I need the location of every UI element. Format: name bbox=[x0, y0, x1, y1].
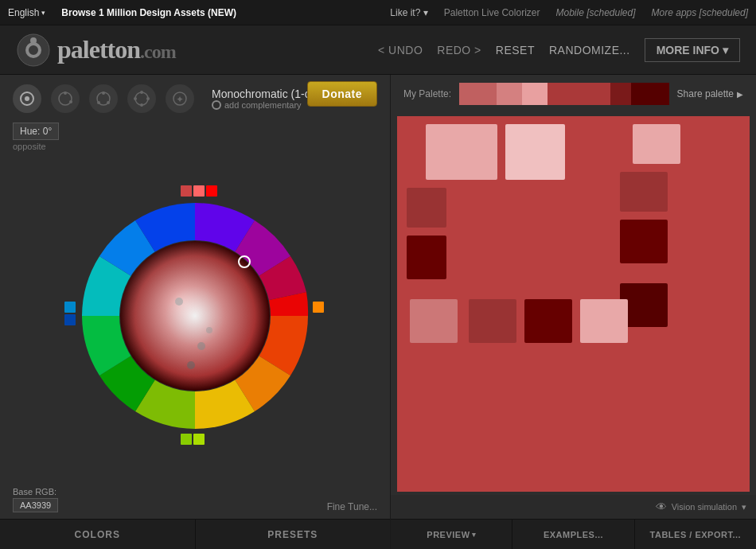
add-complementary-label: add complementary bbox=[224, 100, 302, 110]
tab-examples[interactable]: EXAMPLES... bbox=[512, 520, 634, 549]
color-swatch bbox=[524, 299, 572, 343]
base-rgb-area: Base RGB: AA3939 bbox=[13, 487, 58, 512]
palette-color-segment bbox=[497, 83, 522, 105]
svg-rect-29 bbox=[193, 185, 205, 197]
svg-rect-28 bbox=[181, 185, 192, 197]
opposite-label: opposite bbox=[13, 142, 377, 151]
wheel-area[interactable] bbox=[0, 151, 390, 481]
svg-rect-32 bbox=[181, 434, 192, 445]
more-apps-label: More apps [scheduled] bbox=[652, 7, 748, 18]
live-colorizer-label: Paletton Live Colorizer bbox=[444, 7, 540, 18]
tab-presets[interactable]: PRESETS bbox=[196, 520, 391, 549]
nav-actions: < UNDO REDO > RESET RANDOMIZE... MORE IN… bbox=[378, 38, 740, 62]
vision-row: 👁 Vision simulation ▾ bbox=[391, 495, 756, 519]
main-content: Donate bbox=[0, 75, 756, 549]
left-panel: Donate bbox=[0, 75, 390, 549]
svg-point-11 bbox=[97, 101, 100, 104]
tab-colors[interactable]: COLORS bbox=[0, 520, 196, 549]
right-panel: My Palette: Share palette ▶ 👁 Vision sim… bbox=[390, 75, 756, 549]
donate-button[interactable]: Donate bbox=[307, 81, 377, 107]
donate-area: Donate bbox=[307, 81, 377, 107]
svg-point-9 bbox=[102, 92, 105, 95]
svg-point-10 bbox=[107, 101, 110, 104]
tab-preview[interactable]: PREVIEW ▾ bbox=[391, 520, 512, 549]
svg-point-26 bbox=[187, 361, 195, 369]
color-swatch bbox=[407, 188, 446, 228]
browse-banner[interactable]: Browse 1 Million Design Assets (NEW) bbox=[61, 7, 374, 18]
color-swatch bbox=[580, 299, 628, 343]
language-selector[interactable]: English ▾ bbox=[8, 7, 45, 18]
svg-point-14 bbox=[146, 97, 150, 100]
svg-point-6 bbox=[64, 92, 67, 95]
nav-bar: paletton.com < UNDO REDO > RESET RANDOMI… bbox=[0, 25, 756, 75]
tab-tables-export[interactable]: TABLES / EXPORT... bbox=[635, 520, 756, 549]
svg-point-2 bbox=[30, 37, 37, 44]
vision-arrow-icon: ▾ bbox=[742, 502, 746, 512]
mode-free-icon[interactable]: ✦ bbox=[166, 84, 194, 113]
color-swatch bbox=[620, 172, 668, 212]
color-swatch bbox=[620, 220, 668, 263]
logo-icon bbox=[16, 33, 51, 68]
base-rgb-label: Base RGB: bbox=[13, 487, 58, 496]
hue-box: Hue: 0° bbox=[13, 123, 59, 140]
svg-point-13 bbox=[140, 91, 143, 94]
mobile-label: Mobile [scheduled] bbox=[555, 7, 635, 18]
svg-rect-30 bbox=[206, 185, 217, 197]
svg-point-24 bbox=[175, 298, 183, 306]
palette-label: My Palette: bbox=[403, 88, 451, 99]
bottom-bar-left: Base RGB: AA3939 Fine Tune... bbox=[0, 481, 390, 519]
svg-point-15 bbox=[140, 103, 143, 107]
color-wheel[interactable] bbox=[60, 181, 330, 451]
svg-point-27 bbox=[206, 327, 212, 333]
svg-point-4 bbox=[25, 96, 29, 101]
tabs-left: COLORS PRESETS bbox=[0, 519, 390, 549]
palette-color-segment bbox=[548, 83, 610, 105]
svg-point-7 bbox=[69, 100, 72, 103]
tabs-right: PREVIEW ▾ EXAMPLES... TABLES / EXPORT... bbox=[391, 519, 756, 549]
redo-button[interactable]: REDO > bbox=[437, 44, 481, 56]
palette-color-segment bbox=[459, 83, 497, 105]
palette-color-segment bbox=[631, 83, 668, 105]
color-swatch bbox=[505, 124, 565, 180]
color-swatch bbox=[633, 124, 680, 164]
share-arrow-icon: ▶ bbox=[737, 90, 743, 99]
palette-color-segment bbox=[522, 83, 548, 105]
svg-rect-33 bbox=[193, 434, 205, 445]
undo-button[interactable]: < UNDO bbox=[378, 44, 423, 56]
language-label: English bbox=[8, 7, 39, 18]
more-info-button[interactable]: MORE INFO ▾ bbox=[645, 38, 740, 62]
color-swatch bbox=[410, 299, 458, 343]
mode-triad-icon[interactable] bbox=[89, 84, 118, 113]
top-banner: English ▾ Browse 1 Million Design Assets… bbox=[0, 0, 756, 25]
logo-dotcom: .com bbox=[140, 41, 176, 62]
complementary-circle-icon bbox=[212, 100, 221, 110]
share-palette-label: Share palette bbox=[677, 88, 734, 99]
randomize-button[interactable]: RANDOMIZE... bbox=[549, 44, 630, 56]
mode-tetrad-icon[interactable] bbox=[127, 84, 156, 113]
logo: paletton.com bbox=[16, 33, 176, 68]
fine-tune-button[interactable]: Fine Tune... bbox=[327, 501, 377, 512]
color-swatch bbox=[426, 124, 497, 180]
color-swatch bbox=[407, 236, 446, 279]
svg-point-25 bbox=[197, 342, 205, 350]
mode-adjacent-icon[interactable] bbox=[51, 84, 80, 113]
svg-point-22 bbox=[120, 241, 270, 391]
color-swatch bbox=[469, 299, 516, 343]
language-arrow: ▾ bbox=[41, 9, 45, 17]
preview-area bbox=[397, 116, 750, 492]
eye-icon: 👁 bbox=[656, 500, 667, 513]
svg-rect-31 bbox=[313, 302, 324, 313]
svg-point-12 bbox=[135, 92, 148, 105]
palette-bar bbox=[459, 83, 669, 105]
like-it-button[interactable]: Like it? ▾ bbox=[390, 7, 427, 18]
vision-simulation-label: Vision simulation bbox=[672, 502, 737, 512]
my-palette-row: My Palette: Share palette ▶ bbox=[391, 75, 756, 113]
reset-button[interactable]: RESET bbox=[496, 44, 535, 56]
svg-point-16 bbox=[134, 97, 137, 100]
hue-info: Hue: 0° opposite bbox=[0, 119, 390, 151]
palette-color-segment bbox=[610, 83, 631, 105]
share-palette-button[interactable]: Share palette ▶ bbox=[677, 88, 743, 99]
mode-monochromatic-icon[interactable] bbox=[13, 84, 41, 113]
svg-rect-34 bbox=[64, 302, 76, 313]
base-rgb-value: AA3939 bbox=[13, 498, 58, 512]
